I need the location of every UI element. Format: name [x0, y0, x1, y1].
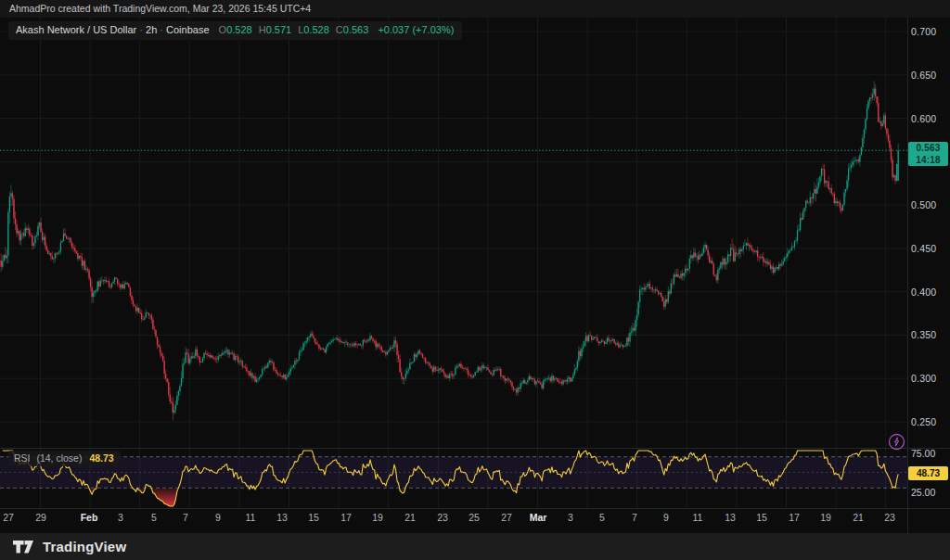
time-axis-label: 9 [663, 511, 669, 524]
price-axis-label: 0.450 [911, 242, 948, 255]
legend-separator-1: · [139, 24, 146, 35]
price-axis-label: 0.400 [911, 286, 948, 299]
boost-button[interactable] [888, 433, 905, 451]
symbol-title[interactable]: Akash Network / US Dollar [16, 24, 136, 35]
ohlc-values: O0.528H0.571L0.528C0.563 [212, 24, 369, 35]
rsi-axis-label: 25.00 [911, 486, 948, 499]
time-axis-label: 23 [437, 511, 448, 524]
price-axis-label: 0.250 [911, 415, 948, 428]
price-change: +0.037 (+7.03%) [378, 24, 454, 35]
rsi-value-badge: 48.73 [908, 466, 948, 480]
rsi-legend[interactable]: RSI (14, close) 48.73 [8, 451, 121, 466]
attribution-text: AhmadPro created with TradingView.com, M… [9, 3, 311, 14]
tradingview-brand-text[interactable]: TradingView [43, 539, 126, 554]
tradingview-chart-window: AhmadPro created with TradingView.com, M… [0, 0, 950, 560]
time-axis-label: 11 [246, 511, 256, 524]
price-axis-label: 0.600 [911, 112, 948, 125]
rsi-value: 48.73 [89, 452, 113, 464]
price-axis-label: 0.500 [911, 198, 948, 211]
time-axis-label: 17 [340, 511, 352, 524]
ohlc-value: 0.528 [226, 24, 252, 35]
time-axis-label: 27 [3, 511, 14, 524]
time-axis-label: 17 [789, 511, 800, 524]
time-axis-label: 21 [853, 511, 864, 524]
time-axis-label: 7 [183, 511, 188, 524]
time-axis-label: 29 [35, 511, 46, 524]
time-axis-label: 11 [693, 511, 703, 524]
time-axis-label: 25 [469, 511, 480, 524]
ohlc-value: 0.528 [303, 24, 329, 35]
legend-interval[interactable]: 2h [146, 24, 157, 35]
time-axis-label: 19 [372, 511, 383, 524]
time-axis-label: 3 [118, 511, 123, 524]
time-axis-label: 19 [820, 511, 831, 524]
time-axis-label: 15 [308, 511, 319, 524]
time-axis-label: 9 [215, 511, 221, 524]
tradingview-logo-icon[interactable] [12, 539, 34, 555]
time-axis-label: 21 [404, 511, 416, 524]
price-axis-label: 0.350 [911, 328, 948, 341]
time-axis-label: 13 [276, 511, 288, 524]
time-axis-label: 3 [568, 511, 573, 524]
ohlc-value: 0.571 [266, 24, 292, 35]
time-axis-label: 23 [884, 511, 895, 524]
footer-bar: TradingView [0, 533, 950, 560]
rsi-axis-label: 75.00 [911, 447, 948, 460]
ohlc-key: O [219, 24, 227, 35]
time-axis-label: 5 [599, 511, 605, 524]
price-axis-label: 0.700 [911, 25, 948, 38]
time-axis-label: 13 [725, 511, 736, 524]
rsi-params: (14, close) [36, 452, 82, 464]
time-axis-label: 27 [501, 511, 512, 524]
legend-exchange: Coinbase [166, 24, 209, 35]
candlestick-chart-canvas[interactable] [0, 0, 950, 533]
ohlc-value: 0.563 [343, 24, 369, 35]
rsi-label[interactable]: RSI [14, 452, 31, 464]
bar-countdown: 14:18 [908, 154, 948, 166]
last-price-badge: 0.563 14:18 [908, 142, 948, 166]
ohlc-key: H [259, 24, 266, 35]
time-axis-label: Feb [81, 511, 98, 524]
time-axis-label: Mar [530, 511, 547, 524]
price-axis-label: 0.300 [911, 372, 948, 385]
attribution-bar: AhmadPro created with TradingView.com, M… [0, 0, 950, 18]
time-axis-label: 15 [756, 511, 767, 524]
last-price-value: 0.563 [908, 142, 948, 154]
time-axis-label: 7 [632, 511, 637, 524]
lightning-bolt-icon [888, 433, 905, 451]
time-axis-label: 5 [151, 511, 157, 524]
price-axis-label: 0.650 [911, 69, 948, 82]
ohlc-key: C [336, 24, 343, 35]
symbol-legend[interactable]: Akash Network / US Dollar · 2h · Coinbas… [8, 21, 462, 40]
